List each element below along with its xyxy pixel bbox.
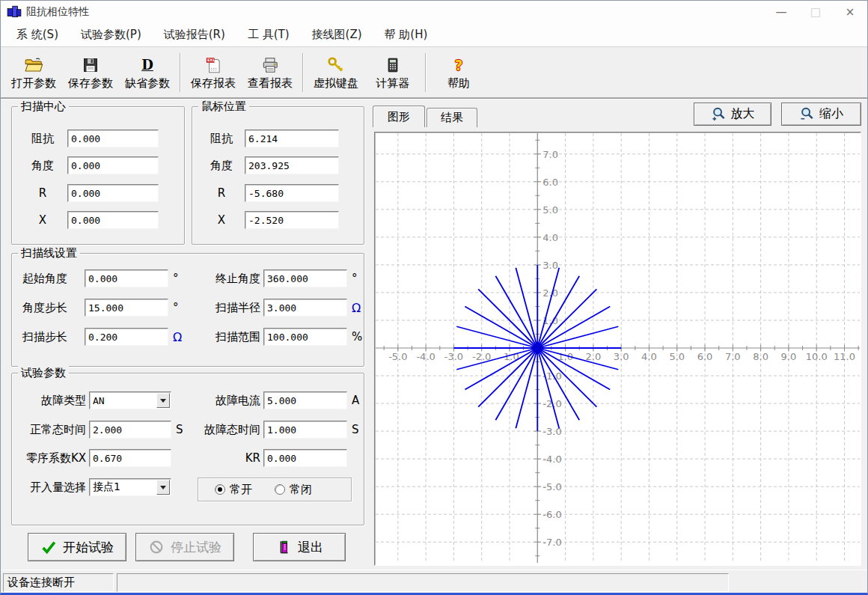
virtual-keyboard-button[interactable]: 虚拟键盘 [308,50,364,95]
key-icon [326,55,346,75]
normal-time-input[interactable] [89,421,171,439]
end-angle-label: 终止角度 [195,272,260,286]
contact-open-option[interactable]: 常开 [215,483,252,497]
svg-text:4.0: 4.0 [641,351,657,362]
svg-text:11.0: 11.0 [834,351,855,362]
close-button[interactable]: × [833,1,867,23]
svg-text:-5.0: -5.0 [388,351,407,362]
toolbar-label: 帮助 [447,76,470,91]
app-window: 阻抗相位特性 — □ × 系 统(S) 试验参数(P) 试验报告(R) 工 具(… [0,0,868,595]
sweep-range-label: 扫描范围 [195,330,260,344]
toolbar-separator [180,53,181,92]
mouse-position-title: 鼠标位置 [198,100,249,113]
fault-time-unit: S [352,423,359,436]
mouse-r-input[interactable] [245,184,339,202]
help-button[interactable]: ? 帮助 [430,50,487,95]
scan-r-input[interactable] [67,184,159,202]
scan-angle-label: 角度 [18,159,67,173]
toolbar-label: 打开参数 [11,76,56,91]
toolbar-label: 计算器 [376,76,410,91]
zoom-out-button[interactable]: 缩小 [781,103,861,126]
scan-center-group: 扫描中心 阻抗 角度 R X [11,106,185,245]
svg-text:2.0: 2.0 [586,351,602,362]
contact-open-label: 常开 [230,483,252,497]
letter-d-icon: D [138,55,157,75]
chevron-down-icon [160,399,166,403]
binary-input-value: 接点1 [90,480,156,494]
scan-x-input[interactable] [67,211,159,229]
open-params-button[interactable]: 打开参数 [5,50,62,95]
binary-input-label: 开入量选择 [15,480,86,495]
menu-system[interactable]: 系 统(S) [5,28,70,42]
kr-input[interactable] [263,449,347,467]
start-test-label: 开始试验 [63,539,114,556]
scan-x-label: X [18,213,67,227]
maximize-button[interactable]: □ [798,1,833,23]
zoom-in-button[interactable]: 放大 [694,103,771,126]
start-angle-input[interactable] [85,269,168,287]
angle-step-unit: ° [173,301,179,314]
angle-step-label: 角度步长 [22,301,75,315]
end-angle-unit: ° [352,272,358,285]
calculator-button[interactable]: 计算器 [364,50,421,95]
fault-type-combobox[interactable]: AN [89,391,171,409]
check-icon [40,539,57,555]
sweep-range-input[interactable] [263,328,347,346]
fault-current-input[interactable] [263,391,347,409]
stop-test-label: 停止试验 [171,539,221,556]
device-status-cell: 设备连接断开 [3,573,114,592]
exit-button[interactable]: 退出 [253,533,346,561]
tab-result[interactable]: 结果 [427,108,477,127]
mouse-r-label: R [198,186,245,200]
view-report-button[interactable]: 查看报表 [242,50,299,95]
save-params-button[interactable]: 保存参数 [62,50,119,95]
radio-unchecked-icon [275,484,285,495]
svg-text:-7.0: -7.0 [542,537,561,548]
angle-step-input[interactable] [85,299,168,317]
svg-text:-4.0: -4.0 [542,454,561,465]
default-params-button[interactable]: D 缺省参数 [119,50,176,95]
svg-text:7.0: 7.0 [542,149,558,160]
scan-angle-input[interactable] [67,156,159,174]
binary-input-dropdown-button[interactable] [156,480,170,495]
menu-test-report[interactable]: 试验报告(R) [153,28,236,42]
toolbar-label: 查看报表 [248,76,293,91]
save-report-button[interactable]: EXL 保存报表 [185,50,242,95]
svg-text:7.0: 7.0 [725,351,741,362]
contact-closed-label: 常闭 [290,483,312,497]
sweep-range-unit: % [352,330,362,344]
start-test-button[interactable]: 开始试验 [28,533,126,561]
kx-label: 零序系数KX [15,451,86,466]
menu-help[interactable]: 帮 助(H) [373,28,439,42]
binary-input-combobox[interactable]: 接点1 [89,478,171,496]
sweep-step-input[interactable] [85,328,168,346]
kx-input[interactable] [89,449,171,467]
impedance-plot-canvas[interactable]: -5.0-4.0-3.0-2.0-1.01.02.03.04.05.06.07.… [374,132,861,566]
fault-type-dropdown-button[interactable] [156,393,170,408]
stop-icon [148,539,165,555]
scan-r-label: R [18,186,67,200]
svg-text:3.0: 3.0 [614,351,629,362]
end-angle-input[interactable] [263,269,347,287]
menu-wiring-diagram[interactable]: 接线图(Z) [301,28,373,42]
contact-closed-option[interactable]: 常闭 [275,483,312,497]
toolbar-label: 虚拟键盘 [314,76,358,91]
sweep-radius-input[interactable] [263,299,347,317]
tab-graph[interactable]: 图形 [373,106,425,127]
mouse-angle-input[interactable] [245,156,339,174]
minimize-button[interactable]: — [764,1,798,23]
fault-time-label: 故障态时间 [192,423,260,437]
excel-report-icon: EXL [204,55,223,75]
question-mark-icon: ? [449,55,468,75]
stop-test-button[interactable]: 停止试验 [135,533,234,561]
client-area: 扫描中心 阻抗 角度 R X 鼠标位置 阻抗 [1,98,867,570]
mouse-impedance-input[interactable] [245,129,339,147]
sweep-radius-unit: Ω [352,301,361,315]
fault-type-value: AN [90,395,156,406]
normal-time-unit: S [176,423,183,436]
menu-tools[interactable]: 工 具(T) [236,28,301,42]
scan-impedance-input[interactable] [67,129,159,147]
mouse-x-input[interactable] [245,211,339,229]
menu-test-params[interactable]: 试验参数(P) [70,28,153,42]
fault-time-input[interactable] [263,421,347,439]
